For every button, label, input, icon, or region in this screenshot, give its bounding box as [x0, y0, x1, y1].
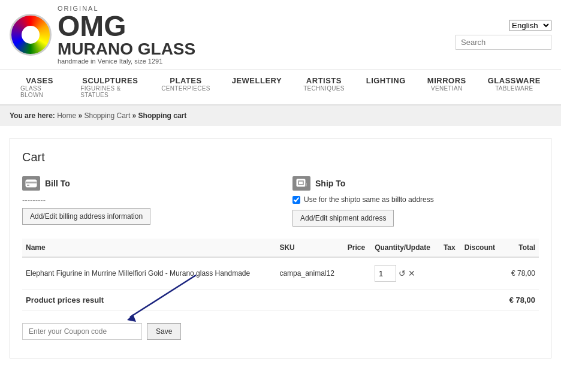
svg-rect-5 [299, 182, 303, 184]
product-total-cell: € 78,00 [502, 257, 539, 290]
col-price: Price [344, 239, 371, 257]
coupon-save-button[interactable]: Save [147, 323, 181, 340]
header-right: English Italian French German [456, 20, 551, 50]
ship-to-icon [292, 176, 310, 191]
bill-to-placeholder: --------- [22, 195, 269, 204]
delete-icon[interactable]: ✕ [408, 269, 415, 278]
product-name: Elephant Figurine in Murrine Millelfiori… [26, 269, 250, 278]
logo-omg: OMG [58, 12, 195, 41]
language-dropdown[interactable]: English Italian French German [509, 20, 551, 31]
cart-box: Cart Bill To --------- Add/Edit billin [10, 138, 551, 358]
logo-area: ORIGINAL OMG MURANO GLASS handmade in Ve… [10, 5, 195, 65]
table-header-row: Name SKU Price Quantity/Update Tax Disco… [22, 239, 539, 257]
nav-item-lighting[interactable]: LIGHTING [355, 70, 417, 104]
logo-circle-icon [10, 14, 52, 56]
product-sku-cell: campa_animal12 [276, 257, 343, 290]
totals-amount: € 78,00 [502, 290, 539, 311]
svg-rect-2 [27, 185, 29, 186]
col-discount: Discount [461, 239, 502, 257]
svg-rect-1 [26, 182, 37, 183]
product-discount-cell [461, 257, 502, 290]
bill-to-label: Bill To [45, 179, 70, 188]
product-total: € 78,00 [511, 269, 535, 278]
breadcrumb-home[interactable]: Home [57, 111, 76, 120]
logo-sub: handmade in Venice Italy, size 1291 [58, 58, 195, 65]
breadcrumb: You are here: Home » Shopping Cart » Sho… [0, 105, 561, 126]
logo-text: ORIGINAL OMG MURANO GLASS handmade in Ve… [58, 5, 195, 65]
bill-to-icon [22, 176, 40, 191]
ship-icon-svg [295, 178, 307, 189]
totals-label: Product prices result [22, 290, 461, 311]
language-selector[interactable]: English Italian French German [509, 20, 551, 31]
main-nav: VASES GLASS BLOWN SCULPTURES FIGURINES &… [0, 70, 561, 105]
col-total: Total [502, 239, 539, 257]
nav-item-artists[interactable]: ARTISTS TECHNIQUES [292, 70, 355, 104]
bill-to-section: Bill To --------- Add/Edit billing addre… [22, 176, 269, 227]
nav-list: VASES GLASS BLOWN SCULPTURES FIGURINES &… [10, 70, 551, 104]
table-row: Elephant Figurine in Murrine Millelfiori… [22, 257, 539, 290]
breadcrumb-cart-link[interactable]: Shopping Cart [85, 111, 131, 120]
cart-table: Name SKU Price Quantity/Update Tax Disco… [22, 239, 539, 311]
product-name-cell: Elephant Figurine in Murrine Millelfiori… [22, 257, 276, 290]
ship-to-section: Ship To Use for the shipto same as billt… [292, 176, 539, 227]
nav-item-jewellery[interactable]: JEWELLERY [221, 70, 292, 104]
product-sku: campa_animal12 [279, 269, 334, 278]
nav-item-plates[interactable]: PLATES CENTERPIECES [150, 70, 221, 104]
cart-title: Cart [22, 150, 539, 164]
quantity-controls: ↺ ✕ [375, 265, 436, 282]
breadcrumb-prefix: You are here: [10, 111, 57, 120]
breadcrumb-current: Shopping cart [138, 111, 187, 120]
bill-to-header: Bill To [22, 176, 269, 191]
main-content: Cart Bill To --------- Add/Edit billin [0, 126, 561, 370]
nav-item-sculptures[interactable]: SCULPTURES FIGURINES & STATUES [70, 70, 150, 104]
ship-to-header: Ship To [292, 176, 539, 191]
nav-item-glassware[interactable]: GLASSWARE TABLEWARE [477, 70, 551, 104]
ship-same-as-bill-row: Use for the shipto same as billto addres… [292, 195, 539, 204]
quantity-input[interactable] [375, 265, 396, 282]
ship-same-label: Use for the shipto same as billto addres… [304, 195, 434, 204]
coupon-section: Save [22, 317, 539, 346]
breadcrumb-sep2: » [132, 111, 138, 120]
product-quantity-cell: ↺ ✕ [371, 257, 440, 290]
header: ORIGINAL OMG MURANO GLASS handmade in Ve… [0, 0, 561, 70]
col-quantity: Quantity/Update [371, 239, 440, 257]
bill-icon-svg [25, 178, 37, 189]
ship-to-label: Ship To [315, 179, 345, 188]
col-name: Name [22, 239, 276, 257]
nav-item-vases[interactable]: VASES GLASS BLOWN [10, 70, 70, 104]
coupon-input[interactable] [22, 323, 142, 340]
product-price-cell [344, 257, 371, 290]
logo-murano: MURANO GLASS [58, 41, 195, 58]
search-input[interactable] [456, 35, 551, 50]
nav-item-mirrors[interactable]: MIRRORS VENETIAN [417, 70, 477, 104]
product-tax-cell [440, 257, 461, 290]
coupon-area: Save [22, 317, 539, 346]
svg-rect-6 [305, 183, 307, 186]
refresh-icon[interactable]: ↺ [399, 269, 406, 278]
ship-same-checkbox[interactable] [292, 196, 300, 204]
col-tax: Tax [440, 239, 461, 257]
add-edit-billing-button[interactable]: Add/Edit billing address information [22, 208, 150, 225]
totals-row: Product prices result € 78,00 [22, 290, 539, 311]
col-sku: SKU [276, 239, 343, 257]
add-edit-shipment-button[interactable]: Add/Edit shipment address [292, 210, 394, 227]
breadcrumb-sep1: » [79, 111, 85, 120]
address-row: Bill To --------- Add/Edit billing addre… [22, 176, 539, 227]
